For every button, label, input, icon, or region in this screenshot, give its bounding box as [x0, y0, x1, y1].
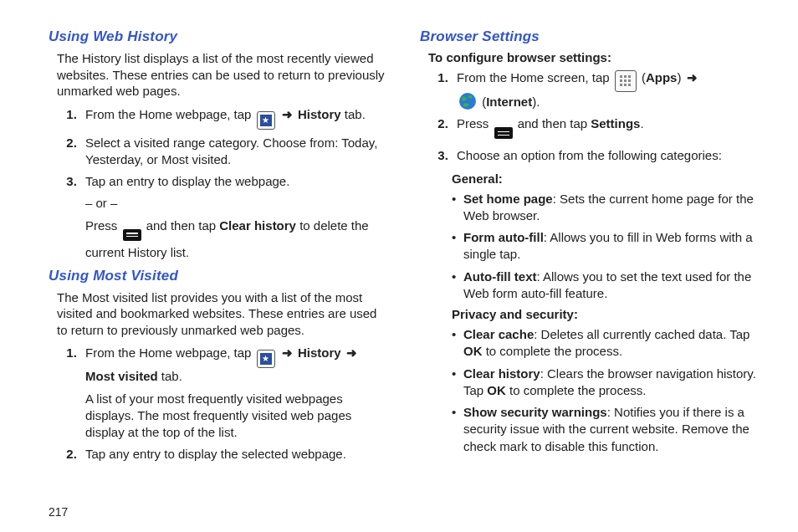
arrow-icon: ➜	[687, 70, 698, 84]
text: and then tap	[514, 116, 591, 130]
text: Tap an entry to display the webpage.	[85, 174, 289, 188]
text: to complete the process.	[483, 344, 623, 358]
steps-browser-settings: From the Home screen, tap (Apps) ➜ (Inte…	[427, 69, 758, 165]
subhead-privacy: Privacy and security:	[452, 307, 758, 321]
heading-browser-settings: Browser Settings	[420, 28, 758, 45]
svg-rect-2	[628, 75, 631, 78]
ok-label: OK	[463, 344, 483, 358]
privacy-bullets: Clear cache: Deletes all currently cache…	[452, 326, 758, 455]
text: .	[640, 116, 643, 130]
history-label: History	[298, 345, 341, 360]
bookmarks-star-icon: ★	[257, 111, 275, 130]
step-item: Choose an option from the following cate…	[452, 147, 758, 164]
text: and then tap	[143, 218, 220, 233]
svg-rect-0	[620, 75, 622, 78]
text: tab.	[341, 107, 366, 121]
or-divider: – or –	[85, 195, 386, 212]
bullet-item: Auto-fill text: Allows you to set the te…	[452, 269, 758, 303]
alt-instruction: Press and then tap Clear history to dele…	[85, 217, 386, 261]
bullet-item: Clear cache: Deletes all currently cache…	[452, 326, 758, 361]
svg-rect-7	[624, 84, 627, 86]
text: From the Home screen, tap	[457, 70, 613, 84]
text: From the Home webpage, tap	[85, 345, 255, 360]
settings-label: Settings	[591, 116, 640, 130]
bullet-term: Show security warnings	[463, 405, 607, 419]
heading-using-web-history: Using Web History	[49, 28, 386, 45]
steps-most-visited: From the Home webpage, tap ★ ➜ History ➜…	[55, 345, 386, 463]
subhead-general: General:	[452, 171, 758, 186]
svg-rect-3	[620, 79, 622, 82]
most-visited-label: Most visited	[85, 369, 158, 383]
svg-rect-5	[628, 79, 631, 82]
general-bullets: Set home page: Sets the current home pag…	[452, 191, 758, 303]
text: Press	[85, 218, 121, 233]
svg-rect-8	[628, 84, 631, 86]
bullet-item: Set home page: Sets the current home pag…	[452, 191, 758, 225]
menu-icon	[123, 226, 141, 244]
text: Press	[457, 116, 493, 130]
svg-rect-1	[624, 75, 627, 78]
clear-history-label: Clear history	[219, 218, 296, 233]
text: (	[638, 70, 646, 84]
page-number: 217	[49, 505, 68, 519]
bullet-term: Clear cache	[463, 327, 534, 341]
bookmarks-star-icon: ★	[257, 350, 275, 368]
columns: Using Web History The History list displ…	[49, 28, 758, 470]
text: tab.	[158, 369, 182, 383]
intro-web-history: The History list displays a list of the …	[57, 50, 386, 100]
step-item: Tap any entry to display the selected we…	[80, 446, 386, 463]
ok-label: OK	[487, 383, 506, 397]
svg-point-9	[459, 93, 476, 110]
step-item: Select a visited range category. Choose …	[80, 135, 386, 169]
arrow-icon: ➜	[282, 345, 293, 360]
bullet-term: Set home page	[463, 192, 553, 206]
arrow-icon: ➜	[346, 345, 357, 360]
globe-icon	[458, 92, 477, 110]
lead-configure: To configure browser settings:	[428, 50, 758, 64]
svg-rect-6	[620, 84, 622, 86]
text: (	[478, 95, 486, 109]
bullet-term: Form auto-fill	[463, 230, 544, 244]
right-column: Browser Settings To configure browser se…	[420, 28, 758, 470]
step-item: Press and then tap Settings.	[452, 115, 758, 142]
bullet-term: Clear history	[463, 366, 540, 381]
heading-using-most-visited: Using Most Visited	[49, 268, 386, 284]
apps-label: Apps	[646, 70, 678, 84]
bullet-item: Show security warnings: Notifies you if …	[452, 404, 758, 455]
step-item: From the Home webpage, tap ★ ➜ History t…	[80, 106, 386, 130]
left-column: Using Web History The History list displ…	[49, 28, 386, 470]
step-item: From the Home webpage, tap ★ ➜ History ➜…	[80, 345, 386, 441]
intro-most-visited: The Most visited list provides you with …	[57, 289, 386, 339]
bullet-item: Form auto-fill: Allows you to fill in We…	[452, 229, 758, 263]
text: to complete the process.	[506, 383, 647, 397]
text: ).	[532, 95, 540, 109]
step-item: From the Home screen, tap (Apps) ➜ (Inte…	[452, 69, 758, 110]
bullet-term: Auto-fill text	[463, 269, 537, 284]
svg-rect-4	[624, 79, 627, 82]
menu-icon	[494, 124, 513, 142]
internet-label: Internet	[486, 95, 532, 109]
history-label: History	[298, 107, 341, 121]
arrow-icon: ➜	[282, 107, 293, 121]
text: From the Home webpage, tap	[85, 107, 255, 121]
bullet-item: Clear history: Clears the browser naviga…	[452, 366, 758, 400]
step-item: Tap an entry to display the webpage. – o…	[80, 173, 386, 261]
step-sub: A list of your most frequently visited w…	[85, 391, 386, 442]
manual-page: Using Web History The History list displ…	[0, 0, 798, 532]
apps-grid-icon	[615, 70, 637, 92]
text: : Deletes all currently cached data. Tap	[534, 327, 749, 341]
steps-web-history: From the Home webpage, tap ★ ➜ History t…	[55, 106, 386, 261]
text: )	[677, 70, 684, 84]
